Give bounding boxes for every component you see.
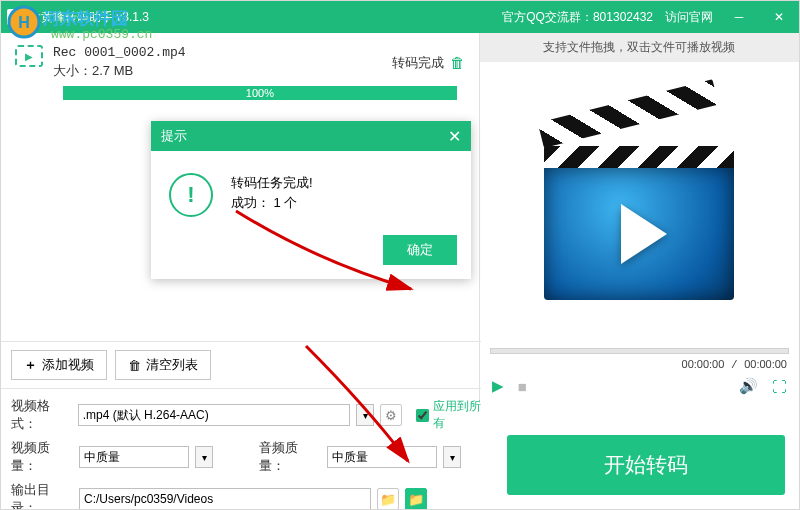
format-label: 视频格式： bbox=[11, 397, 72, 433]
clapperboard-icon bbox=[544, 110, 734, 300]
svg-text:H: H bbox=[18, 14, 30, 31]
watermark-video-icon: ▶ bbox=[15, 45, 43, 67]
format-select[interactable] bbox=[78, 404, 351, 426]
dialog-title: 提示 bbox=[161, 127, 187, 145]
watermark-logo: H bbox=[7, 5, 41, 43]
file-name: Rec 0001_0002.mp4 bbox=[53, 45, 392, 60]
list-toolbar: ＋添加视频 🗑清空列表 bbox=[1, 341, 481, 389]
watermark-url: www.pc0359.cn bbox=[51, 27, 152, 42]
video-quality-dropdown-icon[interactable]: ▾ bbox=[195, 446, 213, 468]
file-size: 大小：2.7 MB bbox=[53, 62, 392, 80]
time-readout: 00:00:00 / 00:00:00 bbox=[480, 354, 799, 373]
progress-text: 100% bbox=[246, 87, 274, 99]
volume-icon[interactable]: 🔊 bbox=[739, 377, 758, 395]
start-transcode-button[interactable]: 开始转码 bbox=[507, 435, 785, 495]
stop-icon[interactable]: ■ bbox=[518, 378, 527, 395]
video-quality-label: 视频质量： bbox=[11, 439, 73, 475]
fullscreen-icon[interactable]: ⛶ bbox=[772, 378, 787, 395]
video-quality-select[interactable] bbox=[79, 446, 189, 468]
output-dir-input[interactable] bbox=[79, 488, 371, 510]
qq-group-text: 官方QQ交流群：801302432 bbox=[502, 9, 653, 26]
audio-quality-select[interactable] bbox=[327, 446, 437, 468]
clear-list-button[interactable]: 🗑清空列表 bbox=[115, 350, 211, 380]
add-video-button[interactable]: ＋添加视频 bbox=[11, 350, 107, 380]
dialog-close-icon[interactable]: ✕ bbox=[448, 127, 461, 146]
info-icon: ! bbox=[169, 173, 213, 217]
visit-site-link[interactable]: 访问官网 bbox=[665, 9, 713, 26]
browse-folder-icon[interactable]: 📁 bbox=[377, 488, 399, 510]
audio-quality-dropdown-icon[interactable]: ▾ bbox=[443, 446, 461, 468]
preview-pane: 支持文件拖拽，双击文件可播放视频 00:00:00 / 00:00:00 ▶ ■… bbox=[480, 33, 799, 403]
preview-hint: 支持文件拖拽，双击文件可播放视频 bbox=[480, 33, 799, 62]
apply-all-checkbox[interactable]: 应用到所有 bbox=[416, 398, 491, 432]
progress-bar: 100% bbox=[63, 86, 457, 100]
settings-panel: 视频格式： ▾ ⚙ 应用到所有 视频质量： ▾ 音频质量： ▾ 输出目录： 📁 … bbox=[1, 389, 501, 510]
file-row[interactable]: Rec 0001_0002.mp4 大小：2.7 MB 转码完成 🗑 bbox=[11, 41, 469, 84]
close-button[interactable]: ✕ bbox=[765, 1, 793, 33]
ok-button[interactable]: 确定 bbox=[383, 235, 457, 265]
trash-icon[interactable]: 🗑 bbox=[450, 54, 465, 71]
minimize-button[interactable]: ─ bbox=[725, 1, 753, 33]
dialog-message: 转码任务完成! 成功： 1 个 bbox=[231, 173, 313, 212]
completion-dialog: 提示 ✕ ! 转码任务完成! 成功： 1 个 确定 bbox=[151, 121, 471, 279]
format-dropdown-icon[interactable]: ▾ bbox=[356, 404, 374, 426]
open-folder-icon[interactable]: 📁 bbox=[405, 488, 427, 510]
audio-quality-label: 音频质量： bbox=[259, 439, 321, 475]
output-dir-label: 输出目录： bbox=[11, 481, 73, 510]
format-settings-icon[interactable]: ⚙ bbox=[380, 404, 402, 426]
file-status: 转码完成 bbox=[392, 54, 444, 72]
preview-area[interactable] bbox=[480, 62, 799, 348]
